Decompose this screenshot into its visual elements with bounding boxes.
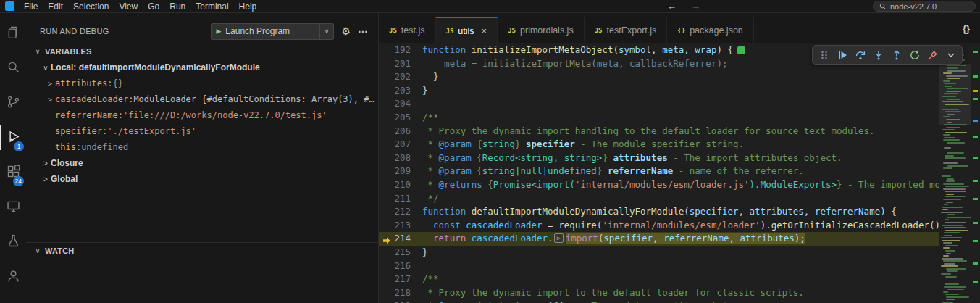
code-line[interactable]: 205/** xyxy=(379,111,939,125)
step-into-icon[interactable] xyxy=(870,46,887,63)
code-line[interactable]: 216 xyxy=(379,260,939,273)
variable-row[interactable]: >attributes: {} xyxy=(26,75,378,91)
minimap[interactable] xyxy=(939,43,971,303)
more-actions-icon[interactable]: ⋯ xyxy=(358,25,368,37)
activity-item-extensions[interactable]: 24 xyxy=(0,155,26,190)
token: * xyxy=(422,165,439,176)
line-number[interactable]: 216 xyxy=(379,260,422,273)
line-number[interactable]: 206 xyxy=(379,125,422,138)
line-number[interactable]: 205 xyxy=(379,111,422,125)
tab-testexport-js[interactable]: JStestExport.js xyxy=(585,17,668,43)
code-line[interactable]: 203} xyxy=(379,84,939,98)
line-number[interactable]: 201 xyxy=(379,57,422,71)
menu-terminal[interactable]: Terminal xyxy=(190,1,233,12)
activity-item-run-and-debug[interactable]: 1 xyxy=(0,120,26,155)
line-number[interactable]: 210 xyxy=(379,178,422,192)
variables-section-header[interactable]: ∨ VARIABLES xyxy=(26,43,378,59)
code-line[interactable]: 217/** xyxy=(379,273,939,286)
line-number[interactable]: 208 xyxy=(379,152,422,165)
line-number[interactable]: 212 xyxy=(379,205,422,219)
token: } - The imported module xyxy=(837,179,939,190)
line-number[interactable]: 204 xyxy=(379,97,422,111)
command-center[interactable]: node-v22.7.0 xyxy=(873,1,976,12)
code-line[interactable]: 211 */ xyxy=(379,192,939,206)
code-line[interactable]: 206 * Proxy the dynamic import handling … xyxy=(379,125,939,138)
js-file-icon: JS xyxy=(389,27,397,34)
continue-icon[interactable] xyxy=(834,46,850,63)
step-out-icon[interactable] xyxy=(888,46,905,63)
menu-selection[interactable]: Selection xyxy=(68,1,114,12)
step-target-icon[interactable]: ▷ xyxy=(554,233,564,243)
ruler-mark xyxy=(973,222,978,224)
code-line[interactable]: 215} xyxy=(379,246,939,260)
line-number[interactable]: 213 xyxy=(379,219,422,233)
activity-item-explorer[interactable] xyxy=(0,16,26,51)
tab-package-json[interactable]: {}package.json xyxy=(667,17,754,43)
code-line[interactable]: 202 } xyxy=(379,70,939,84)
code-line[interactable]: 219 * @param {string} specifier - The mo… xyxy=(379,299,939,303)
close-icon[interactable]: × xyxy=(482,25,487,36)
code-line[interactable]: 208 * @param {Record<string, string>} at… xyxy=(379,152,939,165)
variable-row[interactable]: >cascadedLoader: ModuleLoader {#defaultC… xyxy=(26,91,378,107)
braces-action-icon[interactable]: {} xyxy=(952,23,980,34)
code-area[interactable]: 192function initializeImportMetaObject(s… xyxy=(379,43,939,303)
launch-config-dropdown[interactable]: ▶ Launch Program ∨ xyxy=(211,23,334,40)
activity-item-testing[interactable] xyxy=(0,225,26,260)
drag-handle-icon[interactable] xyxy=(816,46,832,63)
code-line[interactable]: 218 * Proxy the dynamic import to the de… xyxy=(379,286,939,300)
menu-file[interactable]: File xyxy=(19,1,43,12)
tab-primordials-js[interactable]: JSprimordials.js xyxy=(498,17,584,43)
code-line[interactable]: 212function defaultImportModuleDynamical… xyxy=(379,205,939,219)
line-number[interactable]: 202 xyxy=(379,70,422,84)
nav-forward-icon[interactable]: → xyxy=(691,1,700,12)
variable-row[interactable]: referrerName: 'file:///D:/works/node-v22… xyxy=(26,107,378,123)
watch-section-header[interactable]: ∨ WATCH xyxy=(26,243,378,259)
minimap-line xyxy=(946,202,954,203)
activity-item-source-control[interactable] xyxy=(0,86,26,120)
restart-icon[interactable] xyxy=(906,46,923,63)
menu-edit[interactable]: Edit xyxy=(43,1,68,12)
activity-item-remote-explorer[interactable] xyxy=(0,190,26,225)
line-number[interactable]: 215 xyxy=(379,246,422,260)
minimap-line xyxy=(944,235,952,236)
line-number[interactable]: 214 xyxy=(379,232,422,246)
menu-help[interactable]: Help xyxy=(234,1,262,12)
step-over-icon[interactable] xyxy=(852,46,868,63)
token: - The import attributes object. xyxy=(668,152,842,163)
scope-row[interactable]: >Global xyxy=(26,171,378,187)
line-number[interactable]: 192 xyxy=(379,43,422,57)
line-number[interactable]: 203 xyxy=(379,84,422,98)
line-number[interactable]: 209 xyxy=(379,165,422,178)
disconnect-icon[interactable] xyxy=(924,46,941,63)
menu-view[interactable]: View xyxy=(114,1,143,12)
token: const xyxy=(433,220,466,231)
variable-row[interactable]: specifier: './testExport.js' xyxy=(26,123,378,139)
code-line[interactable]: 207 * @param {string} specifier - The mo… xyxy=(379,138,939,152)
code-line[interactable]: 213 const cascadedLoader = require('inte… xyxy=(379,219,939,233)
code-line[interactable]: 209 * @param {string|null|undefined} ref… xyxy=(379,165,939,178)
token: specifier xyxy=(690,206,739,217)
code-line[interactable]: 204 xyxy=(379,97,939,111)
code-line[interactable]: 210 * @returns {Promise<import('internal… xyxy=(379,178,939,192)
gear-icon[interactable]: ⚙ xyxy=(341,25,351,37)
line-number[interactable]: 207 xyxy=(379,138,422,152)
session-chevron-icon[interactable] xyxy=(942,46,959,63)
line-number[interactable]: 218 xyxy=(379,286,422,300)
activity-item-search[interactable] xyxy=(0,51,26,86)
nav-back-icon[interactable]: ← xyxy=(667,1,677,12)
line-number[interactable]: 219 xyxy=(379,299,422,303)
variable-row[interactable]: this: undefined xyxy=(26,139,378,155)
line-number[interactable]: 217 xyxy=(379,273,422,286)
line-number[interactable]: 211 xyxy=(379,192,422,206)
minimap-line xyxy=(945,276,956,278)
code-line[interactable]: 214 return cascadedLoader.▷import(specif… xyxy=(379,232,939,246)
scope-row[interactable]: ∨Local: defaultImportModuleDynamicallyFo… xyxy=(26,59,378,75)
menu-go[interactable]: Go xyxy=(143,1,164,12)
tab-utils[interactable]: JSutils× xyxy=(436,17,498,43)
start-debug-icon[interactable]: ▶ xyxy=(212,28,225,35)
menu-run[interactable]: Run xyxy=(164,1,190,12)
scope-row[interactable]: >Closure xyxy=(26,155,378,171)
chevron-down-icon[interactable]: ∨ xyxy=(319,24,334,39)
activity-item-accounts[interactable] xyxy=(0,260,26,294)
tab-test-js[interactable]: JStest.js xyxy=(379,17,436,43)
